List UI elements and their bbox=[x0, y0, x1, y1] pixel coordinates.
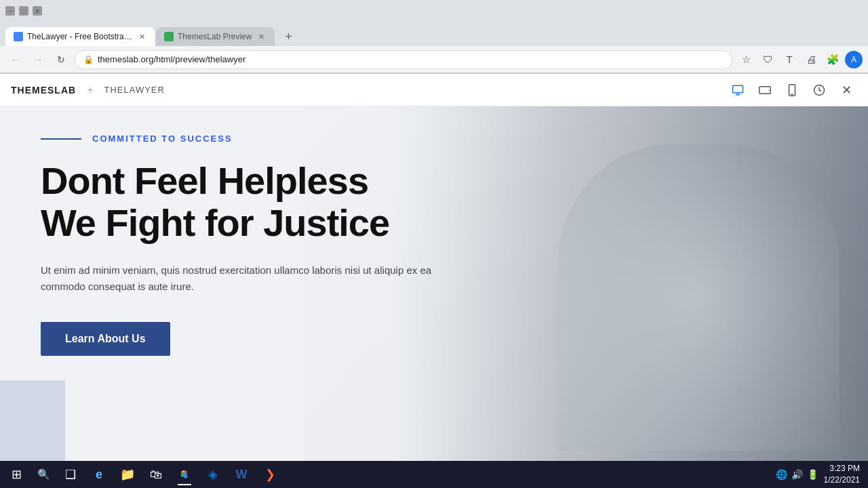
address-bar: ← → ↻ 🔒 themeslab.org/html/preview/thela… bbox=[0, 46, 868, 73]
url-security-icon: 🔒 bbox=[83, 55, 94, 64]
taskbar-right: 🌐 🔊 🔋 3:23 PM 1/22/2021 bbox=[776, 463, 865, 486]
new-tab-button[interactable]: + bbox=[279, 27, 298, 46]
tablet-landscape-preview-button[interactable] bbox=[754, 79, 776, 101]
close-preview-button[interactable]: ✕ bbox=[835, 79, 857, 101]
extensions-icon[interactable]: 🧩 bbox=[823, 50, 842, 69]
forward-button[interactable]: → bbox=[28, 50, 47, 69]
title-bar: ─ □ ✕ bbox=[0, 0, 868, 22]
taskbar-word[interactable]: W bbox=[228, 462, 255, 487]
hero-tagline-text: COMMITTED TO SUCCESS bbox=[92, 134, 233, 144]
hero-content: COMMITTED TO SUCCESS Dont Feel Helpless … bbox=[0, 106, 515, 383]
history-button[interactable] bbox=[808, 79, 830, 101]
main-content: COMMITTED TO SUCCESS Dont Feel Helpless … bbox=[0, 106, 868, 488]
tagline-line-decoration bbox=[41, 138, 81, 140]
tab-2-title: ThemesLab Preview bbox=[178, 32, 252, 41]
tab-2-close[interactable]: ✕ bbox=[256, 31, 267, 42]
hero-heading: Dont Feel Helpless We Fight for Justice bbox=[41, 160, 475, 243]
url-bar[interactable]: 🔒 themeslab.org/html/preview/thelawyer bbox=[75, 50, 732, 69]
taskbar-edge2[interactable]: ◈ bbox=[199, 462, 226, 487]
themeslab-left: THEMESLAB + THELAWYER bbox=[11, 84, 165, 96]
translate-icon[interactable]: T bbox=[780, 50, 799, 69]
browser-chrome: ─ □ ✕ TheLawyer - Free Bootstrap 4 H... … bbox=[0, 0, 868, 74]
reload-button[interactable]: ↻ bbox=[52, 50, 71, 69]
tab-1-title: TheLawyer - Free Bootstrap 4 H... bbox=[27, 32, 133, 41]
hero-description: Ut enim ad minim veniam, quis nostrud ex… bbox=[41, 262, 434, 295]
themeslab-toolbar: THEMESLAB + THELAWYER ✕ bbox=[0, 74, 868, 106]
clock-time: 3:23 PM bbox=[824, 463, 860, 474]
taskbar: ⊞ 🔍 ❑ e 📁 🛍 ◈ W ❯ 🌐 🔊 🔋 3:23 PM 1/22/202… bbox=[0, 461, 868, 488]
bookmark-button[interactable]: ☆ bbox=[736, 50, 755, 69]
volume-icon[interactable]: 🔊 bbox=[791, 469, 803, 480]
taskbar-chrome[interactable] bbox=[171, 462, 198, 487]
maximize-button[interactable]: □ bbox=[19, 6, 28, 16]
taskbar-file-explorer[interactable]: 📁 bbox=[114, 462, 141, 487]
learn-about-us-button[interactable]: Learn About Us bbox=[41, 322, 170, 356]
back-button[interactable]: ← bbox=[5, 50, 24, 69]
hero-tagline-row: COMMITTED TO SUCCESS bbox=[41, 134, 475, 144]
taskbar-edge[interactable]: e bbox=[85, 462, 113, 487]
title-bar-left: ─ □ ✕ bbox=[5, 6, 42, 16]
url-text: themeslab.org/html/preview/thelawyer bbox=[98, 54, 724, 64]
shield-icon[interactable]: 🛡 bbox=[758, 50, 777, 69]
close-button[interactable]: ✕ bbox=[33, 6, 42, 16]
taskbar-store[interactable]: 🛍 bbox=[142, 462, 170, 487]
tab-1[interactable]: TheLawyer - Free Bootstrap 4 H... ✕ bbox=[5, 27, 155, 46]
tab-2-favicon bbox=[164, 32, 174, 41]
hero-heading-line1: Dont Feel Helpless bbox=[41, 159, 368, 202]
minimize-button[interactable]: ─ bbox=[5, 6, 15, 16]
taskbar-app[interactable]: ❯ bbox=[256, 462, 283, 487]
start-button[interactable]: ⊞ bbox=[3, 462, 30, 487]
taskbar-clock[interactable]: 3:23 PM 1/22/2021 bbox=[824, 463, 860, 486]
profile-avatar[interactable]: A bbox=[845, 51, 863, 68]
theme-name: THELAWYER bbox=[104, 85, 164, 95]
taskbar-search-button[interactable]: 🔍 bbox=[31, 462, 56, 487]
window-controls: ─ □ ✕ bbox=[5, 6, 42, 16]
print-icon[interactable]: 🖨 bbox=[802, 50, 821, 69]
tab-1-favicon bbox=[14, 32, 23, 41]
address-bar-right: ☆ 🛡 T 🖨 🧩 A bbox=[736, 50, 863, 69]
tab-bar: TheLawyer - Free Bootstrap 4 H... ✕ Them… bbox=[0, 22, 868, 46]
tab-2[interactable]: ThemesLab Preview ✕ bbox=[156, 27, 275, 46]
taskbar-system-icons: 🌐 🔊 🔋 bbox=[776, 469, 818, 480]
themeslab-logo: THEMESLAB bbox=[11, 85, 76, 96]
tab-1-close[interactable]: ✕ bbox=[137, 31, 146, 42]
themeslab-right: ✕ bbox=[727, 79, 857, 101]
network-icon[interactable]: 🌐 bbox=[776, 469, 787, 480]
clock-date: 1/22/2021 bbox=[824, 474, 860, 486]
mobile-preview-button[interactable] bbox=[781, 79, 803, 101]
taskbar-taskview[interactable]: ❑ bbox=[57, 462, 84, 487]
battery-icon[interactable]: 🔋 bbox=[807, 469, 818, 480]
svg-rect-0 bbox=[733, 85, 743, 93]
themeslab-divider: + bbox=[87, 84, 93, 96]
desktop-preview-button[interactable] bbox=[727, 79, 749, 101]
hero-heading-line2: We Fight for Justice bbox=[41, 201, 389, 244]
